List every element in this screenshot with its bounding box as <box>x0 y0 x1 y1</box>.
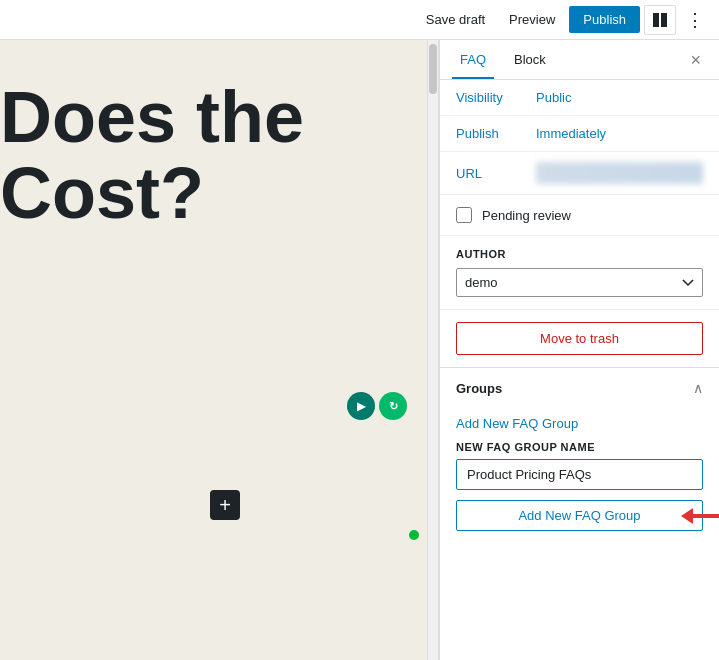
add-block-button[interactable]: + <box>210 490 240 520</box>
url-label: URL <box>456 166 536 181</box>
svg-rect-1 <box>661 13 667 27</box>
pending-review-row: Pending review <box>440 195 719 236</box>
panel-close-button[interactable]: × <box>684 47 707 73</box>
more-options-button[interactable]: ⋮ <box>680 4 711 36</box>
author-section: AUTHOR demo <box>440 236 719 310</box>
svg-rect-0 <box>653 13 659 27</box>
save-draft-button[interactable]: Save draft <box>416 6 495 33</box>
scroll-track <box>427 40 439 660</box>
main-layout: Does the Cost? ▶ ↻ + FAQ Block × Visibil… <box>0 40 719 660</box>
right-panel: FAQ Block × Visibility Public Publish Im… <box>439 40 719 660</box>
preview-button[interactable]: Preview <box>499 6 565 33</box>
topbar: Save draft Preview Publish ⋮ <box>0 0 719 40</box>
heading-text: Does the Cost? <box>0 80 304 231</box>
tab-block[interactable]: Block <box>506 40 554 79</box>
groups-body: Add New FAQ Group NEW FAQ GROUP NAME Add… <box>440 408 719 543</box>
add-new-faq-group-button[interactable]: Add New FAQ Group <box>456 500 703 531</box>
publish-label: Publish <box>456 126 536 141</box>
status-dot <box>409 530 419 540</box>
panel-body: Visibility Public Publish Immediately UR… <box>440 80 719 660</box>
publish-button[interactable]: Publish <box>569 6 640 33</box>
scroll-thumb[interactable] <box>429 44 437 94</box>
tab-faq[interactable]: FAQ <box>452 40 494 79</box>
new-group-label: NEW FAQ GROUP NAME <box>456 441 703 453</box>
visibility-row: Visibility Public <box>440 80 719 116</box>
panel-tabs: FAQ Block × <box>440 40 719 80</box>
editor-canvas: Does the Cost? ▶ ↻ + <box>0 40 427 660</box>
add-new-faq-group-link[interactable]: Add New FAQ Group <box>456 416 578 431</box>
visibility-label: Visibility <box>456 90 536 105</box>
layout-toggle-button[interactable] <box>644 5 676 35</box>
avatar-2: ↻ <box>379 392 407 420</box>
heading-line-2: Cost? <box>0 156 304 232</box>
collaborator-avatars: ▶ ↻ <box>347 392 407 420</box>
chevron-up-icon: ∧ <box>693 380 703 396</box>
move-to-trash-button[interactable]: Move to trash <box>456 322 703 355</box>
new-group-name-input[interactable] <box>456 459 703 490</box>
author-section-label: AUTHOR <box>456 248 703 260</box>
layout-icon <box>652 12 668 28</box>
groups-title: Groups <box>456 381 502 396</box>
groups-section-header[interactable]: Groups ∧ <box>440 367 719 408</box>
url-value-blurred[interactable] <box>536 162 703 184</box>
add-group-button-wrap: Add New FAQ Group <box>456 500 703 531</box>
avatar-1: ▶ <box>347 392 375 420</box>
url-row: URL <box>440 152 719 195</box>
pending-review-checkbox[interactable] <box>456 207 472 223</box>
arrow-indicator <box>681 508 719 524</box>
heading-line-1: Does the <box>0 80 304 156</box>
publish-value[interactable]: Immediately <box>536 126 606 141</box>
pending-review-label: Pending review <box>482 208 571 223</box>
arrow-shaft <box>693 514 719 518</box>
author-select[interactable]: demo <box>456 268 703 297</box>
visibility-value[interactable]: Public <box>536 90 571 105</box>
arrow-head <box>681 508 693 524</box>
publish-row: Publish Immediately <box>440 116 719 152</box>
